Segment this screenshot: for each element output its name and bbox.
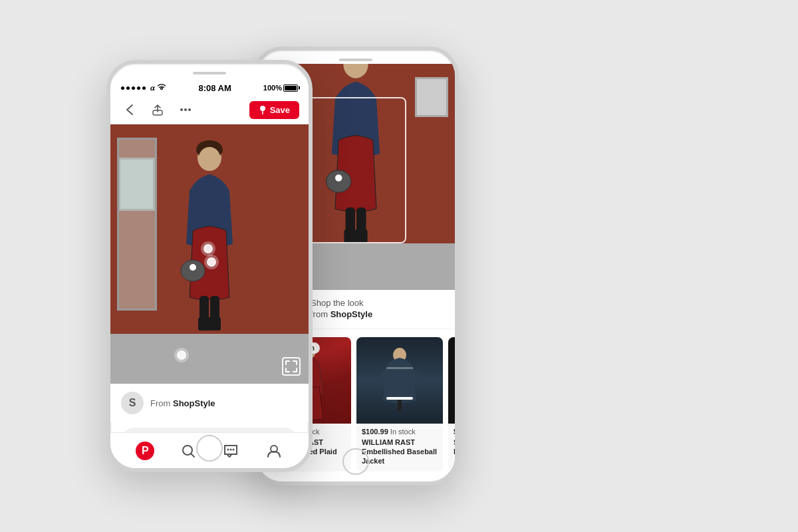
signal-dot-4 — [137, 86, 140, 90]
battery-percent: 100% — [263, 84, 282, 92]
product-info-2: $100.99 In stock WILLIAM RAST Embellishe… — [356, 424, 443, 471]
hotspot-3[interactable] — [177, 350, 186, 360]
svg-point-1 — [180, 108, 183, 111]
svg-point-7 — [199, 147, 220, 168]
shop-title: Shop the look from ShopStyle — [311, 298, 372, 321]
phone-left: 𝛼 8:08 AM 100% — [106, 60, 313, 472]
shop-subtitle-prefix: from — [311, 309, 328, 319]
nav-messages[interactable] — [217, 438, 244, 464]
svg-rect-11 — [209, 317, 221, 331]
profile-icon — [267, 444, 281, 458]
signal-dot-5 — [142, 86, 146, 90]
source-name: ShopStyle — [173, 398, 215, 408]
svg-point-3 — [188, 108, 191, 111]
shop-title-text: Shop the look — [311, 298, 364, 308]
battery-fill — [285, 86, 297, 90]
time-display: 8:08 AM — [198, 83, 231, 93]
product-name-3: Seven Dia Kris Com — [454, 438, 455, 457]
search-icon — [181, 444, 196, 458]
save-label: Save — [270, 105, 290, 115]
svg-point-17 — [233, 448, 235, 450]
source-row: S From ShopStyle — [110, 384, 309, 422]
pin-icon — [259, 105, 267, 114]
source-avatar: S — [121, 392, 144, 414]
signal-dot-3 — [132, 86, 135, 90]
person-figure — [163, 138, 256, 337]
svg-point-2 — [184, 108, 187, 111]
battery-bar — [283, 84, 298, 92]
from-label: From — [150, 398, 170, 408]
status-bar-left: 𝛼 8:08 AM 100% — [110, 77, 309, 96]
svg-point-16 — [230, 448, 232, 450]
svg-point-15 — [227, 448, 229, 450]
sidewalk — [110, 334, 309, 384]
nav-search[interactable] — [175, 438, 201, 464]
jacket-icon — [376, 347, 423, 414]
hotspot-2[interactable] — [207, 257, 216, 267]
more-like-this: More like this — [257, 477, 455, 481]
signal-dot-1 — [121, 86, 124, 90]
pinterest-logo: P — [136, 442, 154, 460]
wifi-icon: 𝛼 — [150, 83, 166, 92]
bottom-nav-left: P — [110, 432, 309, 468]
product-info-3: $34.43 In s Seven Dia Kris Com — [448, 424, 455, 462]
back-button[interactable] — [120, 100, 140, 120]
shop-source-name: ShopStyle — [331, 309, 373, 319]
svg-rect-33 — [386, 397, 413, 400]
more-button[interactable] — [176, 100, 196, 120]
signal-dot-2 — [126, 86, 130, 90]
phones-container: 𝛼 8:08 AM 100% — [0, 0, 798, 532]
price-line-2: $100.99 In stock — [362, 428, 438, 436]
svg-rect-34 — [386, 367, 413, 369]
price-line-3: $34.43 In s — [454, 428, 455, 436]
source-text: From ShopStyle — [150, 398, 215, 408]
product-image-3 — [448, 337, 455, 424]
main-photo — [110, 124, 309, 384]
product-card-3[interactable]: $34.43 In s Seven Dia Kris Com — [448, 337, 455, 471]
expand-button[interactable] — [282, 357, 301, 376]
nav-home[interactable]: P — [132, 438, 158, 464]
svg-point-13 — [190, 264, 196, 271]
messages-icon — [223, 444, 238, 458]
price-2: $100.99 — [362, 428, 388, 436]
battery-indicator: 100% — [263, 84, 298, 92]
save-button[interactable]: Save — [249, 101, 299, 119]
boot-visual — [448, 337, 455, 424]
right-building-window — [415, 77, 448, 117]
stock-2: In stock — [390, 428, 416, 436]
toolbar-left: Save — [110, 96, 309, 124]
nav-profile[interactable] — [261, 438, 287, 464]
price-3: $34.43 — [454, 428, 455, 436]
product-name-2: WILLIAM RAST Embellished Baseball Jacket — [362, 438, 438, 466]
product-image-2 — [356, 337, 443, 424]
door-frame — [117, 138, 157, 311]
hotspot-1[interactable] — [203, 244, 213, 253]
jacket-visual — [356, 337, 443, 424]
product-card-2[interactable]: $100.99 In stock WILLIAM RAST Embellishe… — [356, 337, 443, 471]
share-button[interactable] — [148, 100, 168, 120]
signal-area: 𝛼 — [121, 83, 166, 92]
svg-point-4 — [260, 106, 265, 111]
svg-rect-10 — [198, 317, 210, 331]
